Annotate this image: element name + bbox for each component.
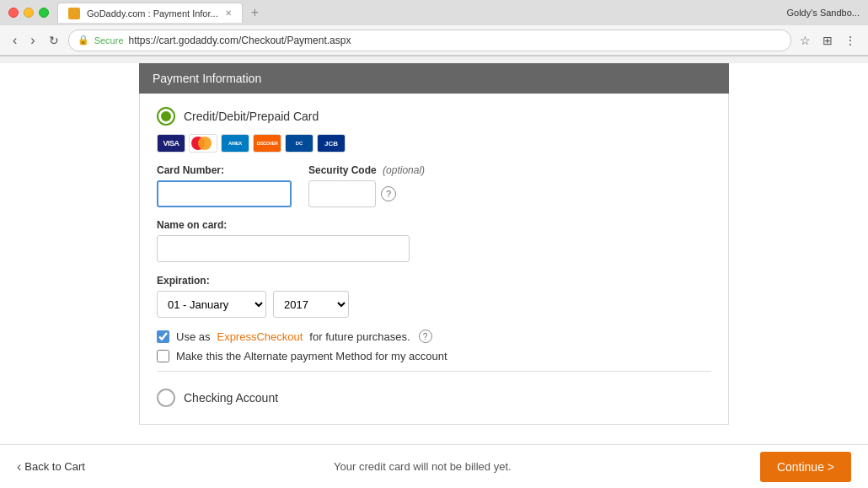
radio-inner-dot: [161, 111, 171, 121]
visa-logo: VISA: [157, 134, 185, 153]
continue-button[interactable]: Continue >: [760, 452, 851, 482]
alternate-payment-row: Make this the Alternate payment Method f…: [157, 350, 711, 362]
card-number-label: Card Number:: [157, 164, 292, 176]
back-chevron-icon: ‹: [17, 459, 21, 475]
back-button[interactable]: ‹: [8, 31, 21, 50]
tab-close-icon[interactable]: ✕: [225, 8, 232, 18]
card-logos: VISA AMEX DISCOVER DC JCB: [157, 134, 711, 153]
credit-card-radio[interactable]: [157, 107, 175, 126]
close-button[interactable]: [8, 8, 19, 18]
name-group: Name on card:: [157, 219, 711, 262]
security-row: ?: [308, 180, 425, 207]
url-text: https://cart.godaddy.com/Checkout/Paymen…: [129, 35, 351, 46]
extensions-icon[interactable]: ⊞: [819, 32, 836, 49]
secure-label: Secure: [94, 35, 124, 46]
express-checkout-row: Use as ExpressCheckout for future purcha…: [157, 330, 711, 343]
optional-label: (optional): [383, 164, 425, 176]
express-checkout-info-icon[interactable]: ?: [419, 330, 432, 343]
credit-notice-text: Your credit card will not be billed yet.: [334, 460, 512, 473]
maximize-button[interactable]: [39, 8, 49, 18]
month-select[interactable]: 01 - January 02 - February 03 - March 04…: [157, 291, 266, 318]
diners-logo: DC: [285, 134, 313, 153]
new-tab-button[interactable]: +: [246, 4, 264, 21]
page-content: Payment Information Credit/Debit/Prepaid…: [0, 56, 868, 465]
name-input[interactable]: [157, 235, 410, 262]
alternate-payment-label: Make this the Alternate payment Method f…: [176, 350, 447, 362]
back-to-cart-link[interactable]: ‹ Back to Cart: [17, 459, 85, 475]
secure-icon: 🔒: [78, 35, 89, 46]
tab-title: GoDaddy.com : Payment Infor...: [87, 8, 218, 19]
profile-label: Goldy's Sandbo...: [787, 8, 860, 18]
menu-icon[interactable]: ⋮: [841, 32, 860, 49]
checking-account-option[interactable]: Checking Account: [157, 380, 711, 410]
alternate-payment-checkbox[interactable]: [157, 350, 169, 362]
section-header-title: Payment Information: [153, 72, 261, 85]
security-help-icon[interactable]: ?: [381, 186, 396, 201]
section-divider: [157, 371, 711, 372]
express-checkout-checkbox[interactable]: [157, 330, 169, 343]
security-code-text: Security Code: [308, 164, 377, 176]
express-checkout-prefix: Use as: [176, 330, 210, 343]
credit-card-option[interactable]: Credit/Debit/Prepaid Card: [157, 107, 711, 126]
card-number-group: Card Number:: [157, 164, 292, 207]
security-code-label: Security Code (optional): [308, 164, 425, 176]
express-checkout-suffix: for future purchases.: [309, 330, 410, 343]
jcb-logo: JCB: [317, 134, 346, 153]
express-checkout-link[interactable]: ExpressCheckout: [217, 330, 303, 343]
tab-favicon: [68, 8, 80, 19]
checking-account-radio[interactable]: [157, 389, 175, 407]
footer-notice: Your credit card will not be billed yet.: [85, 460, 760, 473]
security-code-group: Security Code (optional) ?: [308, 164, 425, 207]
checking-account-label: Checking Account: [184, 391, 278, 405]
discover-logo: DISCOVER: [253, 134, 281, 153]
forward-button[interactable]: ›: [26, 31, 39, 50]
mastercard-logo: [189, 134, 217, 153]
name-label: Name on card:: [157, 219, 711, 231]
bookmark-icon[interactable]: ☆: [796, 32, 814, 49]
payment-form: Credit/Debit/Prepaid Card VISA AMEX DISC…: [139, 94, 729, 425]
credit-card-label: Credit/Debit/Prepaid Card: [184, 110, 319, 123]
year-select[interactable]: 2017 2018 2019 2020 2021 2022 2023 2024 …: [273, 291, 349, 318]
address-bar[interactable]: 🔒 Secure https://cart.godaddy.com/Checko…: [68, 29, 791, 51]
minimize-button[interactable]: [24, 8, 34, 18]
section-header: Payment Information: [139, 63, 729, 94]
security-code-input[interactable]: [308, 180, 376, 207]
card-number-input[interactable]: [157, 180, 292, 207]
continue-label: Continue >: [777, 460, 834, 474]
expiration-selects: 01 - January 02 - February 03 - March 04…: [157, 291, 711, 318]
expiration-label: Expiration:: [157, 275, 210, 287]
traffic-lights: [8, 8, 49, 18]
browser-tab[interactable]: GoDaddy.com : Payment Infor... ✕: [57, 3, 243, 23]
footer-bar: ‹ Back to Cart Your credit card will not…: [0, 444, 868, 488]
back-to-cart-label: Back to Cart: [24, 460, 85, 473]
card-number-security-row: Card Number: Security Code (optional) ?: [157, 164, 711, 207]
amex-logo: AMEX: [221, 134, 249, 153]
expiration-group: Expiration: 01 - January 02 - February 0…: [157, 274, 711, 318]
reload-button[interactable]: ↻: [45, 32, 63, 49]
